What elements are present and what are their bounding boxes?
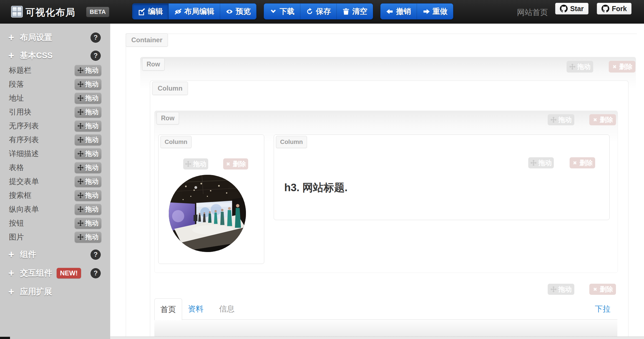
help-icon[interactable]: ? (90, 33, 101, 43)
drag-handle-button[interactable]: 拖动 (75, 120, 101, 131)
toolbar-button-layout-edit[interactable]: 布局编辑 (168, 4, 220, 19)
delete-button-label: 删除 (580, 158, 593, 167)
delete-button-label: 删除 (233, 159, 246, 168)
sidebar-item-label: 标题栏 (9, 65, 31, 75)
h3-heading: h3. 网站标题. (284, 181, 348, 195)
tab-profile[interactable]: 资料 (180, 298, 211, 320)
drag-handle-button[interactable]: 拖动 (75, 93, 101, 104)
image-drag-button[interactable]: 拖动 (183, 158, 208, 170)
image-delete-button[interactable]: 删除 (223, 158, 248, 170)
sidebar-item: 地址拖动 (0, 91, 110, 105)
toolbar-button-edit[interactable]: 编辑 (132, 4, 168, 19)
toolbar-button-save[interactable]: 保存 (300, 4, 336, 19)
drag-handle-label: 拖动 (85, 163, 99, 172)
column-block-heading (274, 134, 610, 220)
sidebar-item-label: 提交表单 (9, 176, 39, 186)
drag-handle-button[interactable]: 拖动 (75, 204, 101, 215)
sidebar-section-label: 组件 (20, 249, 36, 260)
close-x-icon (612, 64, 617, 69)
drag-handle-button[interactable]: 拖动 (75, 134, 101, 145)
drag-handle-button[interactable]: 拖动 (75, 106, 101, 118)
arrow-left-icon (386, 8, 394, 15)
move-icon (185, 161, 191, 167)
github-star-button[interactable]: Star (555, 3, 588, 14)
row-inner-drag-button[interactable]: 拖动 (548, 114, 574, 125)
toolbar-button-download[interactable]: 下载 (264, 4, 300, 19)
eye-slash-icon (174, 8, 182, 15)
tab-dropdown-link[interactable]: 下拉 (588, 298, 617, 320)
plus-icon: + (8, 51, 18, 61)
drag-handle-label: 拖动 (85, 205, 99, 214)
sidebar-item: 段落拖动 (0, 77, 110, 91)
sidebar-section-label: 布局设置 (20, 32, 52, 43)
drag-handle-button[interactable]: 拖动 (75, 162, 101, 173)
sidebar-section-components[interactable]: +组件? (0, 246, 110, 263)
toolbar-button-label: 布局编辑 (184, 6, 214, 16)
app-logo-grid-icon (11, 6, 23, 18)
sidebar-item-label: 表格 (9, 163, 24, 173)
row-label-tab: Row (157, 112, 179, 124)
drag-handle-button[interactable]: 拖动 (75, 65, 101, 76)
sidebar-item-label: 地址 (9, 93, 24, 103)
home-link[interactable]: 网站首页 (517, 7, 548, 18)
heading-delete-button[interactable]: 删除 (570, 157, 595, 168)
drag-handle-button[interactable]: 拖动 (75, 218, 101, 229)
github-icon (602, 5, 609, 13)
sidebar-item-label: 有序列表 (9, 135, 39, 145)
eye-icon (226, 8, 233, 15)
github-fork-button[interactable]: Fork (597, 3, 632, 14)
row-outer-delete-button[interactable]: 删除 (609, 61, 635, 73)
column-label-tab: Column (276, 136, 307, 148)
help-icon[interactable]: ? (90, 268, 101, 278)
drag-button-label: 拖动 (559, 285, 572, 294)
drag-button-label: 拖动 (559, 115, 572, 124)
redo-circle-icon (306, 8, 313, 15)
help-icon[interactable]: ? (90, 250, 101, 260)
plus-icon: + (8, 287, 18, 297)
toolbar-button-redo[interactable]: 重做 (417, 4, 453, 19)
toolbar-button-label: 撤销 (396, 6, 411, 16)
sidebar-section-label: 交互组件 (20, 268, 52, 279)
new-badge: NEW! (57, 268, 81, 278)
drag-handle-label: 拖动 (85, 177, 99, 186)
move-icon (77, 164, 84, 171)
drag-button-label: 拖动 (577, 62, 591, 71)
drag-handle-button[interactable]: 拖动 (75, 148, 101, 159)
toolbar-button-undo[interactable]: 撤销 (381, 4, 417, 19)
toolbar-button-label: 编辑 (148, 6, 163, 16)
tab-content-pane (154, 320, 617, 339)
tabs-delete-button[interactable]: 删除 (589, 284, 616, 295)
close-x-icon (592, 286, 598, 292)
sidebar-section-label: 基本CSS (20, 50, 53, 61)
heading-drag-button[interactable]: 拖动 (528, 157, 554, 168)
column-label-tab: Column (160, 136, 192, 148)
sidebar-section-interactive-components[interactable]: +交互组件NEW!? (0, 265, 110, 282)
sidebar-item-label: 图片 (9, 232, 24, 242)
top-bar: 可视化布局 BETA 编辑布局编辑预览下载保存清空撤销重做 网站首页 Star … (0, 0, 644, 24)
row-outer-drag-button[interactable]: 拖动 (567, 61, 593, 73)
sidebar-item-label: 详细描述 (9, 149, 39, 159)
tab-info[interactable]: 信息 (212, 298, 242, 320)
sidebar-item-label: 纵向表单 (9, 204, 39, 214)
move-icon (550, 117, 557, 123)
sidebar-item-label: 按钮 (9, 218, 24, 228)
delete-button-label: 删除 (600, 285, 613, 294)
tab-home-active[interactable]: 首页 (154, 298, 182, 320)
github-star-label: Star (570, 5, 584, 13)
drag-handle-button[interactable]: 拖动 (75, 79, 101, 90)
toolbar-button-preview[interactable]: 预览 (220, 4, 256, 19)
drag-handle-button[interactable]: 拖动 (75, 231, 101, 243)
sidebar-section-basic-css[interactable]: +基本CSS? (0, 47, 110, 64)
toolbar-group-1: 下载保存清空 (264, 3, 373, 19)
drag-handle-label: 拖动 (85, 233, 99, 241)
drag-handle-button[interactable]: 拖动 (75, 176, 101, 187)
toolbar-button-label: 清空 (352, 6, 367, 16)
sidebar-section-app-extensions[interactable]: +应用扩展 (0, 283, 110, 300)
row-inner-delete-button[interactable]: 删除 (589, 114, 616, 125)
sidebar-section-layout-settings[interactable]: +布局设置? (0, 29, 110, 46)
tabs-drag-button[interactable]: 拖动 (548, 284, 574, 295)
toolbar-button-clear[interactable]: 清空 (336, 4, 373, 19)
drag-handle-button[interactable]: 拖动 (75, 190, 101, 201)
close-x-icon (572, 160, 578, 166)
help-icon[interactable]: ? (90, 51, 101, 61)
